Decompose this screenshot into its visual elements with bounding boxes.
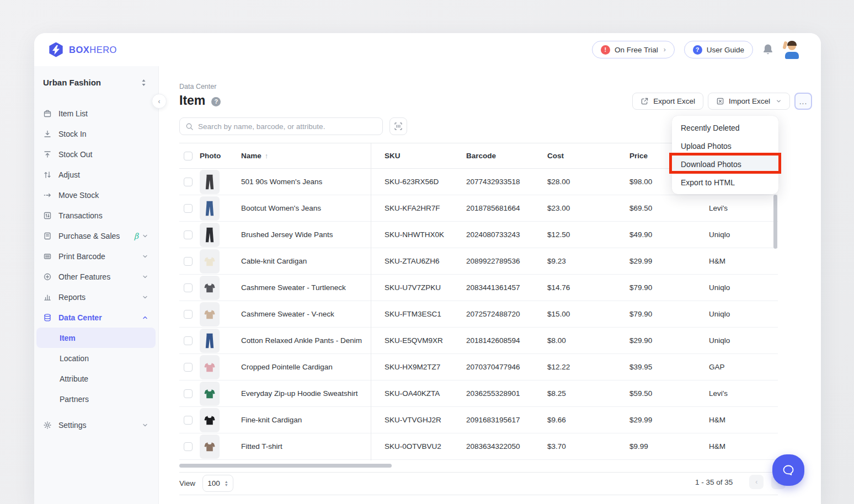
horizontal-scrollbar-thumb[interactable] xyxy=(179,464,392,468)
row-checkbox[interactable] xyxy=(184,336,193,345)
sidebar-item[interactable]: Settings xyxy=(34,415,158,435)
sidebar-item[interactable]: Partners xyxy=(34,389,158,409)
notifications-bell-icon[interactable] xyxy=(762,44,773,56)
table-row[interactable]: Brushed Jersey Wide Pants SKU-NHWTHX0K 2… xyxy=(179,222,778,248)
row-checkbox[interactable] xyxy=(184,363,193,372)
table-row[interactable]: Bootcut Women's Jeans SKU-KFA2HR7F 20187… xyxy=(179,195,778,222)
sidebar-item[interactable]: Attribute xyxy=(34,368,158,389)
row-checkbox[interactable] xyxy=(184,257,193,266)
table-row[interactable]: Cashmere Sweater - Turtleneck SKU-U7V7ZP… xyxy=(179,275,778,301)
sidebar-item[interactable]: Item List xyxy=(34,103,158,124)
item-sku: SKU-FTM3ESC1 xyxy=(385,310,466,318)
menu-item[interactable]: Upload Photos xyxy=(672,137,778,155)
row-checkbox[interactable] xyxy=(184,283,193,292)
sidebar-item[interactable]: Other Features xyxy=(34,266,158,287)
table-row[interactable]: Everyday Zip-up Hoodie Sweatshirt SKU-OA… xyxy=(179,380,778,407)
item-brand: H&M xyxy=(709,442,778,451)
more-options-button[interactable]: ... xyxy=(794,93,812,110)
main-content: Data Center Item ? Export Excel Import E… xyxy=(159,66,821,504)
sidebar-item-icon xyxy=(43,150,52,159)
help-icon[interactable]: ? xyxy=(211,97,221,106)
workspace-selector[interactable]: Urban Fashion xyxy=(34,66,158,87)
pants-image xyxy=(204,200,216,217)
item-cost: $12.50 xyxy=(547,230,629,239)
item-sku: SKU-KFA2HR7F xyxy=(385,204,466,212)
col-header-barcode[interactable]: Barcode xyxy=(466,152,547,160)
top-image xyxy=(204,253,216,270)
item-barcode: 2091683195617 xyxy=(466,416,547,424)
sidebar-item[interactable]: Stock Out xyxy=(34,144,158,164)
row-checkbox[interactable] xyxy=(184,416,193,425)
item-name: Cashmere Sweater - V-neck xyxy=(241,310,385,318)
search-box xyxy=(179,117,383,135)
row-checkbox[interactable] xyxy=(184,178,193,186)
item-barcode: 2083441361457 xyxy=(466,283,547,292)
breadcrumb: Data Center xyxy=(179,83,216,90)
table-row[interactable]: Cashmere Sweater - V-neck SKU-FTM3ESC1 2… xyxy=(179,301,778,328)
item-barcode: 2083634322050 xyxy=(466,442,547,451)
item-brand: Levi's xyxy=(709,204,778,212)
sidebar-item[interactable]: Location xyxy=(34,348,158,368)
sidebar-item[interactable]: Transactions xyxy=(34,205,158,226)
col-header-cost[interactable]: Cost xyxy=(547,152,629,160)
sidebar-item[interactable]: Adjust xyxy=(34,164,158,185)
item-price: $9.99 xyxy=(629,442,709,451)
sidebar-item-label: Attribute xyxy=(60,374,148,383)
item-cost: $3.70 xyxy=(547,442,629,451)
vertical-scrollbar-thumb[interactable] xyxy=(773,195,777,249)
import-excel-button[interactable]: Import Excel xyxy=(708,93,790,110)
col-header-name[interactable]: Name↑ xyxy=(241,152,385,160)
item-photo xyxy=(200,170,220,194)
chat-support-button[interactable] xyxy=(772,454,804,486)
row-checkbox[interactable] xyxy=(184,310,193,319)
boxhero-logo-icon xyxy=(49,42,63,57)
search-input[interactable] xyxy=(198,122,377,131)
row-checkbox[interactable] xyxy=(184,442,193,451)
sidebar-item[interactable]: Purchase & Sales β xyxy=(34,226,158,246)
item-name: Cable-knit Cardigan xyxy=(241,257,385,265)
row-checkbox[interactable] xyxy=(184,389,193,398)
barcode-scan-button[interactable] xyxy=(389,117,407,135)
sidebar-item[interactable]: Data Center xyxy=(34,307,158,328)
row-checkbox[interactable] xyxy=(184,230,193,239)
item-sku: SKU-623RX56D xyxy=(385,178,466,186)
sidebar-item-icon xyxy=(43,109,52,118)
item-photo xyxy=(200,223,220,247)
row-checkbox[interactable] xyxy=(184,204,193,213)
table-row[interactable]: Cotton Relaxed Ankle Pants - Denim SKU-E… xyxy=(179,328,778,354)
item-name: Cropped Pointelle Cardigan xyxy=(241,363,385,371)
free-trial-button[interactable]: ! On Free Trial › xyxy=(592,41,675,58)
sidebar-collapse-button[interactable]: ‹ xyxy=(152,94,167,109)
sidebar-item-label: Other Features xyxy=(58,272,142,281)
item-brand: Uniqlo xyxy=(709,283,778,292)
col-header-photo[interactable]: Photo xyxy=(200,152,241,160)
sidebar-item-icon xyxy=(43,232,52,240)
menu-item[interactable]: Recently Deleted xyxy=(672,119,778,137)
table-row[interactable]: Cropped Pointelle Cardigan SKU-HX9M2TZ7 … xyxy=(179,354,778,380)
sidebar-item-icon xyxy=(43,293,52,302)
user-guide-button[interactable]: ? User Guide xyxy=(684,41,753,58)
item-name: Fine-knit Cardigan xyxy=(241,416,385,424)
menu-item[interactable]: Export to HTML xyxy=(672,173,778,191)
table-row[interactable]: Fine-knit Cardigan SKU-VTVGHJ2R 20916831… xyxy=(179,407,778,433)
user-avatar[interactable] xyxy=(783,41,801,59)
sidebar-item[interactable]: Item xyxy=(36,328,156,348)
page-size-stepper[interactable]: 100 ▲▼ xyxy=(202,475,233,492)
pants-image xyxy=(204,333,216,349)
sidebar-item[interactable]: Move Stock xyxy=(34,185,158,205)
table-row[interactable]: Fitted T-shirt SKU-0OTVBVU2 208363432205… xyxy=(179,433,778,460)
item-price: $39.95 xyxy=(629,363,709,371)
item-price: $29.99 xyxy=(629,257,709,265)
sidebar-item[interactable]: Print Barcode xyxy=(34,246,158,266)
select-all-checkbox[interactable] xyxy=(184,152,193,160)
previous-page-button[interactable]: ‹ xyxy=(749,475,764,489)
export-excel-button[interactable]: Export Excel xyxy=(632,93,703,110)
table-row[interactable]: Cable-knit Cardigan SKU-ZTAU6ZH6 2089922… xyxy=(179,248,778,275)
trial-alert-icon: ! xyxy=(601,45,610,55)
sidebar-item[interactable]: Stock In xyxy=(34,124,158,144)
sidebar-item[interactable]: Reports xyxy=(34,287,158,307)
menu-item[interactable]: Download Photos xyxy=(672,155,778,173)
barcode-scan-icon xyxy=(394,122,403,131)
item-cost: $9.66 xyxy=(547,416,629,424)
col-header-sku[interactable]: SKU xyxy=(385,152,466,160)
